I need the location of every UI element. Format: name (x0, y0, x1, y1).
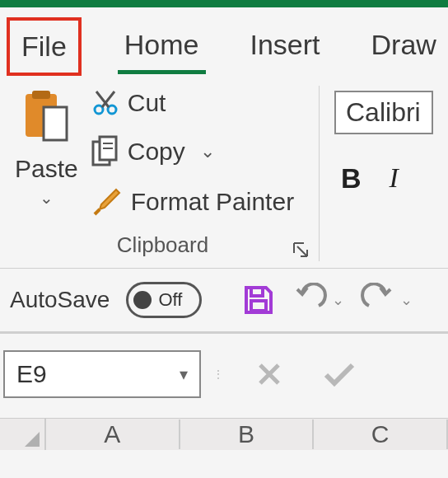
dialog-launcher-icon[interactable] (292, 241, 309, 258)
tab-home[interactable]: Home (116, 22, 208, 73)
select-all-triangle[interactable] (0, 419, 46, 450)
save-icon (241, 283, 276, 317)
column-headers: A B C (0, 419, 448, 450)
tab-file[interactable]: File (7, 17, 82, 76)
clipboard-icon (21, 89, 72, 147)
column-header[interactable]: C (314, 419, 448, 449)
tab-draw[interactable]: Draw (363, 22, 445, 73)
enter-formula-icon[interactable] (323, 360, 356, 388)
cancel-formula-icon[interactable] (255, 360, 283, 388)
chevron-down-icon[interactable]: ⌄ (400, 291, 413, 309)
group-font: Calibri B I (320, 86, 441, 261)
paste-label: Paste (15, 155, 78, 183)
italic-button[interactable]: I (390, 162, 399, 194)
toggle-state: Off (158, 289, 182, 311)
format-painter-button[interactable]: Format Painter (91, 186, 294, 218)
cell-reference: E9 (16, 360, 47, 388)
format-painter-label: Format Painter (131, 188, 294, 216)
save-button[interactable] (241, 283, 276, 317)
svg-rect-2 (44, 107, 67, 140)
svg-rect-1 (32, 91, 50, 99)
name-box[interactable]: E9 ▾ (3, 350, 201, 398)
window-title-bar (0, 0, 448, 7)
column-header[interactable]: A (46, 419, 180, 449)
group-label-clipboard: Clipboard (7, 232, 319, 258)
ribbon: Paste ⌄ Cut (0, 73, 448, 269)
copy-label: Copy (128, 138, 185, 166)
chevron-down-icon[interactable]: ⌄ (40, 188, 54, 208)
chevron-down-icon[interactable]: ⌄ (332, 291, 344, 309)
toggle-knob (133, 291, 152, 309)
resize-handle[interactable]: ⋮ (214, 350, 222, 398)
tab-insert[interactable]: Insert (242, 22, 329, 73)
svg-rect-10 (251, 301, 266, 311)
undo-icon (292, 283, 327, 317)
ribbon-tabs: File Home Insert Draw (0, 7, 448, 73)
dropdown-icon[interactable]: ▾ (180, 364, 188, 384)
redo-icon (361, 283, 395, 317)
quick-access-toolbar: AutoSave Off ⌄ ⌄ (0, 269, 448, 334)
cut-label: Cut (128, 89, 166, 117)
bold-button[interactable]: B (341, 162, 362, 194)
redo-button[interactable]: ⌄ (361, 283, 413, 317)
cut-button[interactable]: Cut (91, 89, 294, 117)
group-clipboard: Paste ⌄ Cut (7, 86, 320, 261)
scissors-icon (91, 89, 119, 117)
paintbrush-icon (91, 186, 123, 218)
font-name-combobox[interactable]: Calibri (334, 91, 433, 134)
autosave-toggle[interactable]: Off (126, 282, 202, 318)
autosave-label: AutoSave (10, 287, 110, 313)
column-header[interactable]: B (180, 419, 315, 449)
copy-button[interactable]: Copy ⌄ (91, 135, 294, 168)
copy-icon (91, 135, 119, 168)
undo-button[interactable]: ⌄ (292, 283, 344, 317)
formula-bar: E9 ▾ ⋮ (0, 334, 448, 419)
svg-rect-9 (251, 288, 263, 296)
chevron-down-icon[interactable]: ⌄ (200, 141, 215, 162)
